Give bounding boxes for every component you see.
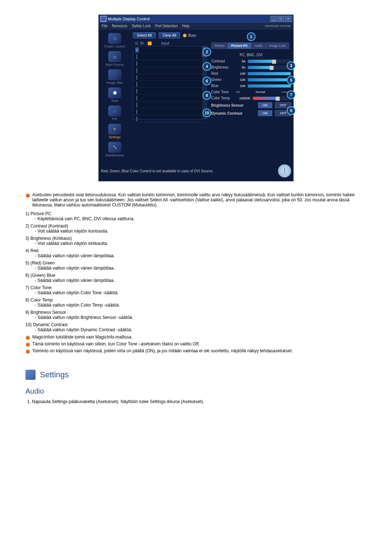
col-status: 📶 [147, 41, 154, 45]
close-button[interactable]: × [285, 16, 291, 22]
color-tone-row: Color Tone OffNormalCustom [211, 89, 291, 95]
select-all-button[interactable]: Select All [133, 32, 156, 38]
main-area: Select All Clear All Busy ☑ ID 📶 Input [131, 29, 209, 161]
brightness-sensor-on[interactable]: ON [258, 102, 273, 108]
blue-row: Blue 100 [211, 83, 291, 89]
list-row[interactable] [133, 60, 207, 67]
row-checkbox[interactable] [136, 116, 137, 121]
list-row[interactable] [133, 67, 207, 74]
subsection-title: Audio [25, 387, 367, 395]
col-id: ID [140, 41, 147, 45]
sidebar: ⏻Power Control 📺Input Source ⛶Image Size… [99, 29, 131, 161]
col-check: ☑ [133, 41, 140, 45]
star-icon: ✱ [25, 192, 30, 199]
pip-icon: ◱ [108, 106, 121, 116]
app-body: ⏻Power Control 📺Input Source ⛶Image Size… [99, 29, 293, 161]
row-checkbox[interactable] [136, 96, 137, 100]
sidebar-item-imagesize[interactable]: ⛶Image Size [102, 69, 127, 85]
sidebar-item-input[interactable]: 📺Input Source [102, 50, 127, 67]
color-tone-label: Color Tone [211, 90, 234, 94]
menu-file[interactable]: File [102, 24, 107, 28]
tab-image-lock[interactable]: Image Lock [266, 42, 290, 49]
app-screenshot: Multiple Display Control _ □ × File Remo… [98, 15, 294, 181]
list-row[interactable] [133, 88, 207, 95]
menubar: File Remocon Safety Lock Port Selection … [99, 23, 293, 29]
titlebar: Multiple Display Control _ □ × [99, 15, 293, 23]
callout-9: 9 [287, 106, 295, 115]
brand-label: SAMSUNG DIGITall [265, 24, 290, 28]
tab-audio[interactable]: Audio [251, 42, 266, 49]
list-row[interactable] [133, 81, 207, 88]
maximize-button[interactable]: □ [278, 16, 284, 22]
info-icon: ! [278, 164, 291, 177]
sidebar-item-time[interactable]: 🕐Time [102, 87, 127, 103]
contrast-row: Contrast 56 [211, 58, 291, 64]
dynamic-contrast-on[interactable]: ON [258, 110, 273, 116]
tab-picture-pc[interactable]: Picture PC [228, 42, 251, 49]
star-icon: ✱ [25, 348, 30, 355]
settings-section-icon [25, 370, 36, 380]
clear-all-button[interactable]: Clear All [159, 32, 180, 38]
settings-icon: ⚙ [108, 124, 121, 135]
row-checkbox[interactable] [136, 103, 137, 107]
doc-notes: ✱ Asetusten perustiedot ovat tietoruuduk… [25, 192, 367, 355]
busy-dot-icon [183, 34, 187, 37]
sidebar-item-power[interactable]: ⏻Power Control [102, 32, 127, 49]
callout-1: 1 [247, 32, 256, 41]
sidebar-item-maintenance[interactable]: 🔧Maintenance [102, 141, 127, 158]
row-checkbox[interactable] [136, 68, 137, 73]
brightness-row: Brightness 50 [211, 64, 291, 70]
sidebar-item-pip[interactable]: ◱PIP [102, 105, 127, 122]
blue-value: 100 [236, 84, 245, 88]
row-checkbox[interactable] [136, 54, 137, 59]
row-checkbox[interactable] [136, 75, 137, 80]
row-checkbox[interactable] [135, 48, 139, 52]
audio-steps: Napsauta Settings-pääkuvaketta (Asetukse… [25, 399, 367, 404]
maintenance-icon: 🔧 [108, 142, 121, 153]
list-row[interactable] [133, 102, 207, 108]
minimize-button[interactable]: _ [270, 16, 277, 22]
note-area: Red, Green, Blue Color Control is not av… [99, 161, 293, 181]
list-row[interactable] [133, 53, 207, 60]
menu-safety-lock[interactable]: Safety Lock [132, 24, 151, 28]
dynamic-contrast-row: Dynamic Contrast ON OFF [211, 109, 291, 117]
menu-help[interactable]: Help [182, 24, 189, 28]
power-icon: ⏻ [108, 33, 121, 44]
red-value: 100 [236, 72, 245, 75]
brightness-value: 50 [236, 66, 245, 69]
blue-slider[interactable] [248, 84, 291, 88]
list-row[interactable] [133, 115, 207, 122]
list-row[interactable] [133, 95, 207, 102]
brightness-slider[interactable] [248, 66, 291, 69]
tone-normal[interactable]: Normal [256, 90, 265, 94]
panel-subheader: PC, BNC, DVI [211, 52, 291, 58]
callout-5: 5 [287, 76, 295, 85]
list-row[interactable] [133, 46, 207, 53]
red-slider[interactable] [248, 72, 291, 75]
list-row[interactable] [133, 74, 207, 81]
intro-text: Asetusten perustiedot ovat tietoruudukos… [32, 192, 367, 208]
menu-remocon[interactable]: Remocon [112, 24, 127, 28]
menu-port-selection[interactable]: Port Selection [155, 24, 177, 28]
color-temp-slider[interactable] [253, 97, 291, 100]
brightness-label: Brightness [211, 65, 234, 69]
footnote: Tämä toiminto on käytössä vain silloin, … [32, 341, 200, 346]
sidebar-item-settings[interactable]: ⚙Settings [102, 123, 127, 140]
row-checkbox[interactable] [136, 89, 137, 94]
settings-panel: 1 Picture Picture PC Audio Image Lock PC… [209, 29, 293, 161]
tone-off[interactable]: Off [236, 90, 240, 94]
color-temp-value: 10000K [236, 97, 250, 100]
red-row: Red 100 [211, 70, 291, 77]
list-header: ☑ ID 📶 Input [133, 41, 207, 46]
time-icon: 🕐 [108, 87, 121, 98]
dynamic-contrast-label: Dynamic Contrast [211, 111, 255, 115]
row-checkbox[interactable] [136, 110, 137, 114]
app-title: Multiple Display Control [108, 17, 150, 21]
list-row[interactable] [133, 108, 207, 115]
tab-picture[interactable]: Picture [211, 42, 228, 49]
contrast-slider[interactable] [248, 59, 291, 63]
contrast-value: 56 [236, 59, 245, 63]
green-slider[interactable] [248, 78, 291, 82]
row-checkbox[interactable] [136, 61, 137, 66]
row-checkbox[interactable] [136, 82, 137, 87]
